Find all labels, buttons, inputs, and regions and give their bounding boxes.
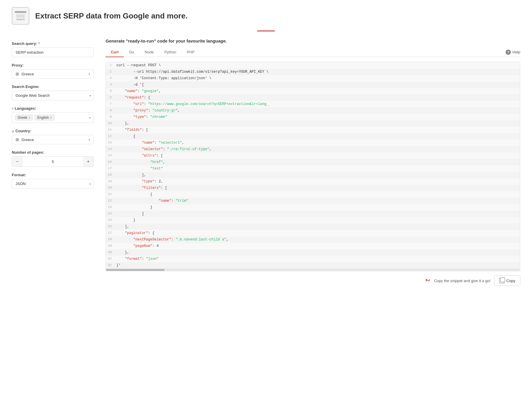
line-num-13: 13	[106, 140, 115, 145]
code-scrollbar[interactable]	[106, 269, 520, 271]
header-title: Extract SERP data from Google and more.	[35, 11, 188, 21]
tab-python[interactable]: Python	[159, 48, 181, 57]
line-content-23: }	[115, 205, 520, 210]
tab-node[interactable]: Node	[139, 48, 159, 57]
line-num-26: 26	[106, 224, 115, 229]
line-content-16: "href",	[115, 160, 520, 165]
languages-group: lr Languages: Greek × English × ▾	[12, 106, 94, 123]
left-panel: Search query: * Proxy: ⊞ Greece ▾ Search…	[12, 38, 94, 286]
pages-increment-button[interactable]: +	[83, 157, 94, 167]
line-num-12: 12	[106, 134, 115, 138]
logo: Search	[12, 7, 29, 25]
main-layout: Search query: * Proxy: ⊞ Greece ▾ Search…	[0, 38, 532, 286]
code-line-29: 29 "pageNum": 4	[106, 243, 520, 249]
copy-icon	[499, 278, 504, 283]
line-num-4: 4	[106, 82, 115, 87]
copy-label: Copy	[506, 279, 515, 283]
line-content-1: curl --request POST \	[115, 63, 520, 68]
line-num-32: 32	[106, 263, 115, 267]
lang-icon-prefix: lr	[12, 107, 13, 110]
line-content-2: --url https://api.dataflowkit.com/v1/ser…	[115, 69, 520, 74]
proxy-label: Proxy:	[12, 63, 94, 67]
line-content-24: ]	[115, 211, 520, 216]
country-group: gl Country: ⊞ Greece ▾	[12, 129, 94, 144]
line-content-21: {	[115, 192, 520, 197]
proxy-arrow-icon: ▾	[89, 72, 90, 76]
line-content-10: },	[115, 121, 520, 126]
pages-group: Number of pages: − +	[12, 150, 94, 167]
line-content-28: "nextPageSelector": ".b.navend:last-chil…	[115, 237, 520, 242]
line-num-30: 30	[106, 250, 115, 255]
line-num-3: 3	[106, 76, 115, 80]
line-content-3: -H 'Content-Type: application/json' \	[115, 76, 520, 81]
tag-greek: Greek ×	[15, 115, 33, 121]
code-line-24: 24 ]	[106, 211, 520, 217]
line-num-20: 20	[106, 185, 115, 190]
code-line-16: 16 "href",	[106, 159, 520, 165]
copy-button[interactable]: Copy	[494, 275, 520, 286]
tab-php[interactable]: PHP	[182, 48, 200, 57]
code-line-4: 4 -d '{	[106, 82, 520, 88]
line-content-11: "fields": [	[115, 127, 520, 133]
code-line-32: 32 }'	[106, 262, 520, 269]
header-divider	[257, 30, 275, 31]
line-num-2: 2	[106, 69, 115, 74]
languages-tags-field[interactable]: Greek × English × ▾	[12, 112, 94, 123]
line-content-26: ],	[115, 224, 520, 229]
proxy-value: Greece	[21, 72, 89, 76]
code-line-25: 25 }	[106, 217, 520, 223]
right-header-title: Generate "ready-to-run" code for your fa…	[106, 38, 520, 43]
languages-label: lr Languages:	[12, 106, 94, 111]
tab-curl[interactable]: Curl	[106, 48, 124, 57]
help-button[interactable]: ? Help	[506, 50, 520, 55]
code-line-15: 15 "attrs": [	[106, 152, 520, 159]
pages-decrement-button[interactable]: −	[12, 157, 23, 167]
line-content-25: }	[115, 218, 520, 223]
code-line-3: 3 -H 'Content-Type: application/json' \	[106, 75, 520, 82]
code-scrollbar-thumb[interactable]	[106, 269, 165, 271]
format-select-wrapper: JSON CSV XML ▾	[12, 179, 94, 189]
logo-label: Search	[16, 18, 25, 21]
country-select[interactable]: ⊞ Greece ▾	[12, 135, 94, 144]
required-marker: *	[38, 41, 40, 46]
logo-search-bar	[15, 11, 26, 13]
line-content-13: "name": "selector1",	[115, 140, 520, 145]
line-content-31: "format": "json"	[115, 256, 520, 262]
hint-arrow-icon: ↵	[424, 276, 432, 285]
line-content-6: "request": {	[115, 95, 520, 100]
tag-greek-remove[interactable]: ×	[28, 116, 30, 119]
line-num-5: 5	[106, 89, 115, 93]
country-grid-icon: ⊞	[16, 137, 19, 142]
proxy-select[interactable]: ⊞ Greece ▾	[12, 69, 94, 79]
format-select[interactable]: JSON CSV XML	[12, 179, 94, 189]
tag-greek-label: Greek	[18, 116, 27, 120]
line-content-18: ],	[115, 172, 520, 178]
right-header: Generate "ready-to-run" code for your fa…	[106, 38, 520, 57]
tag-english: English ×	[35, 115, 55, 121]
tabs-row: Curl Go Node Python PHP ? Help	[106, 48, 520, 57]
format-label: Format:	[12, 173, 94, 177]
line-num-10: 10	[106, 121, 115, 126]
line-num-29: 29	[106, 243, 115, 248]
country-arrow-icon: ▾	[89, 138, 90, 141]
line-num-16: 16	[106, 160, 115, 164]
search-engine-select[interactable]: Google Web Search Bing Web Search Yahoo …	[12, 91, 94, 100]
tab-go[interactable]: Go	[124, 48, 139, 57]
country-value: Greece	[21, 138, 89, 142]
code-line-23: 23 }	[106, 204, 520, 211]
code-line-14: 14 "selector": ".r>a:first-of-type",	[106, 146, 520, 152]
code-line-11: 11 "fields": [	[106, 127, 520, 133]
search-engine-select-wrapper: Google Web Search Bing Web Search Yahoo …	[12, 91, 94, 100]
search-query-input[interactable]	[12, 48, 94, 57]
pages-value-input[interactable]	[23, 158, 83, 166]
code-line-28: 28 "nextPageSelector": ".b.navend:last-c…	[106, 236, 520, 243]
line-num-31: 31	[106, 256, 115, 261]
code-line-20: 20 "filters": [	[106, 185, 520, 191]
line-content-22: "name": "trim"	[115, 198, 520, 204]
line-content-30: },	[115, 250, 520, 255]
code-line-31: 31 "format": "json"	[106, 256, 520, 262]
code-line-10: 10 },	[106, 120, 520, 127]
search-query-label: Search query: *	[12, 41, 94, 46]
tag-english-remove[interactable]: ×	[50, 116, 52, 119]
code-line-12: 12 {	[106, 133, 520, 140]
